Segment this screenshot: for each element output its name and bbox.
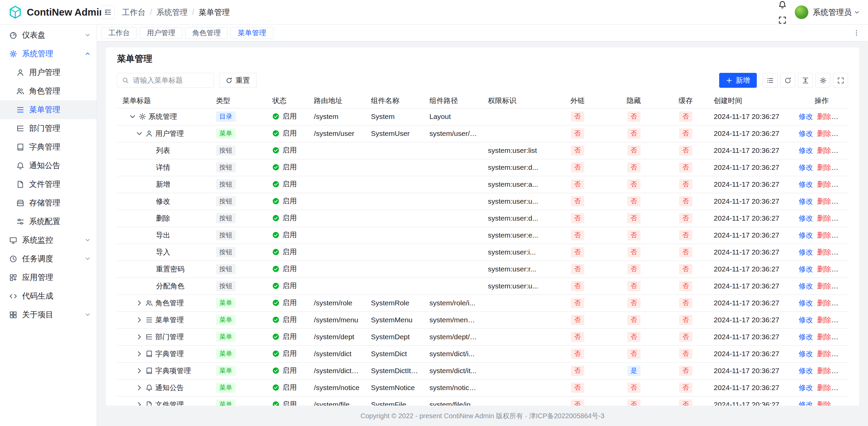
search-input[interactable] [132, 76, 209, 85]
sidebar-item-monitor[interactable]: 系统监控 [0, 231, 97, 249]
modify-link[interactable]: 修改 [799, 316, 813, 324]
modify-link[interactable]: 修改 [799, 384, 813, 391]
tab-more-button[interactable] [850, 27, 863, 39]
check-circle-icon [272, 384, 279, 391]
row-expand-toggle[interactable] [136, 299, 143, 307]
sidebar-item-menu[interactable]: 菜单管理 [0, 100, 97, 119]
status-label: 启用 [282, 145, 297, 155]
sidebar-collapse-button[interactable] [101, 5, 115, 19]
component-name-cell [366, 210, 424, 227]
sidebar-item-schedule[interactable]: 任务调度 [0, 249, 97, 268]
row-expand-toggle[interactable] [136, 401, 143, 406]
delete-link[interactable]: 删除 [817, 146, 831, 154]
modify-link[interactable]: 修改 [799, 197, 813, 205]
delete-link[interactable]: 删除 [817, 231, 831, 239]
delete-link[interactable]: 删除 [817, 401, 831, 406]
external-cell: 否 [550, 244, 605, 261]
delete-link[interactable]: 删除 [817, 367, 831, 374]
delete-link[interactable]: 删除 [817, 113, 831, 120]
sidebar-item-dict[interactable]: 字典管理 [0, 138, 97, 156]
status-cell: 启用 [267, 295, 309, 311]
delete-link[interactable]: 删除 [817, 282, 831, 290]
sidebar-item-file[interactable]: 文件管理 [0, 175, 97, 194]
notifications-button[interactable] [774, 0, 790, 12]
avatar[interactable] [795, 5, 808, 19]
sidebar-item-app[interactable]: 应用管理 [0, 268, 97, 287]
hidden-cell: 否 [605, 311, 663, 328]
modify-link[interactable]: 修改 [799, 180, 813, 188]
table-fullscreen-button[interactable] [833, 73, 848, 88]
row-expand-toggle[interactable] [136, 316, 143, 324]
sidebar-item-dept[interactable]: 部门管理 [0, 119, 97, 138]
sidebar-item-codegen[interactable]: 代码生成 [0, 287, 97, 305]
refresh-table-button[interactable] [780, 73, 795, 88]
sidebar-item-notice[interactable]: 通知公告 [0, 156, 97, 175]
menu-title-cell: 系统管理 [117, 108, 211, 125]
table-row: 文件管理菜单启用/system/fileSystemFilesystem/fil… [117, 396, 848, 406]
modify-link[interactable]: 修改 [799, 113, 813, 120]
row-expand-toggle[interactable] [136, 384, 143, 391]
row-expand-toggle[interactable] [136, 333, 143, 341]
sidebar-item-system[interactable]: 系统管理 [0, 44, 97, 63]
modify-link[interactable]: 修改 [799, 265, 813, 273]
column-settings-button[interactable] [815, 73, 830, 88]
delete-link[interactable]: 删除 [817, 214, 831, 222]
modify-link[interactable]: 修改 [799, 146, 813, 154]
sidebar-item-storage[interactable]: 存储管理 [0, 194, 97, 212]
sidebar-item-dashboard[interactable]: 仪表盘 [0, 26, 97, 44]
yes-no-badge: 否 [627, 349, 640, 359]
type-cell: 按钮 [211, 159, 267, 176]
delete-link[interactable]: 删除 [817, 333, 831, 341]
breadcrumb-item[interactable]: 菜单管理 [199, 7, 230, 18]
modify-link[interactable]: 修改 [799, 299, 813, 307]
row-density-button[interactable] [798, 73, 813, 88]
sidebar-item-config[interactable]: 系统配置 [0, 212, 97, 231]
delete-link[interactable]: 删除 [817, 129, 831, 137]
modify-link[interactable]: 修改 [799, 333, 813, 341]
component-path-cell [424, 176, 482, 193]
row-expand-toggle[interactable] [129, 113, 136, 120]
delete-link[interactable]: 删除 [817, 299, 831, 307]
tab-workplace[interactable]: 工作台 [101, 27, 137, 39]
tab-menu[interactable]: 菜单管理 [231, 27, 273, 39]
delete-link[interactable]: 删除 [817, 248, 831, 256]
sidebar-item-about[interactable]: 关于项目 [0, 305, 97, 324]
modify-link[interactable]: 修改 [799, 248, 813, 256]
modify-link[interactable]: 修改 [799, 163, 813, 171]
sidebar-item-user[interactable]: 用户管理 [0, 63, 97, 82]
tab-role[interactable]: 角色管理 [185, 27, 228, 39]
modify-link[interactable]: 修改 [799, 282, 813, 290]
delete-link[interactable]: 删除 [817, 350, 831, 358]
yes-no-badge: 是 [627, 366, 640, 376]
delete-link[interactable]: 删除 [817, 197, 831, 205]
delete-link[interactable]: 删除 [817, 384, 831, 391]
created-cell: 2024-11-17 20:36:27 [708, 345, 795, 362]
delete-link[interactable]: 删除 [817, 265, 831, 273]
row-expand-toggle[interactable] [136, 367, 143, 374]
component-path-cell: system/user/i... [424, 125, 482, 142]
tab-user[interactable]: 用户管理 [140, 27, 182, 39]
modify-link[interactable]: 修改 [799, 401, 813, 406]
row-expand-toggle[interactable] [136, 130, 143, 137]
modify-link[interactable]: 修改 [799, 231, 813, 239]
sidebar-item-role[interactable]: 角色管理 [0, 82, 97, 100]
modify-link[interactable]: 修改 [799, 129, 813, 137]
breadcrumb-item[interactable]: 工作台 [122, 7, 145, 18]
user-menu[interactable]: 系统管理员 [813, 7, 860, 18]
delete-link[interactable]: 删除 [817, 163, 831, 171]
modify-link[interactable]: 修改 [799, 214, 813, 222]
modify-link[interactable]: 修改 [799, 367, 813, 374]
modify-link[interactable]: 修改 [799, 350, 813, 358]
delete-link[interactable]: 删除 [817, 316, 831, 324]
row-expand-toggle[interactable] [136, 350, 143, 358]
sidebar-item-label: 系统配置 [29, 216, 91, 227]
column-header: 操作 [795, 93, 848, 108]
view-mode-button[interactable] [763, 73, 777, 88]
table-row: 系统管理目录启用/systemSystemLayout否否否2024-11-17… [117, 108, 848, 125]
table-row: 修改按钮启用system:user:u...否否否2024-11-17 20:3… [117, 193, 848, 210]
add-button[interactable]: 新增 [719, 73, 757, 88]
breadcrumb-item[interactable]: 系统管理 [156, 7, 188, 18]
delete-link[interactable]: 删除 [817, 180, 831, 188]
yes-no-badge: 否 [571, 128, 584, 139]
reset-button[interactable]: 重置 [219, 73, 257, 88]
